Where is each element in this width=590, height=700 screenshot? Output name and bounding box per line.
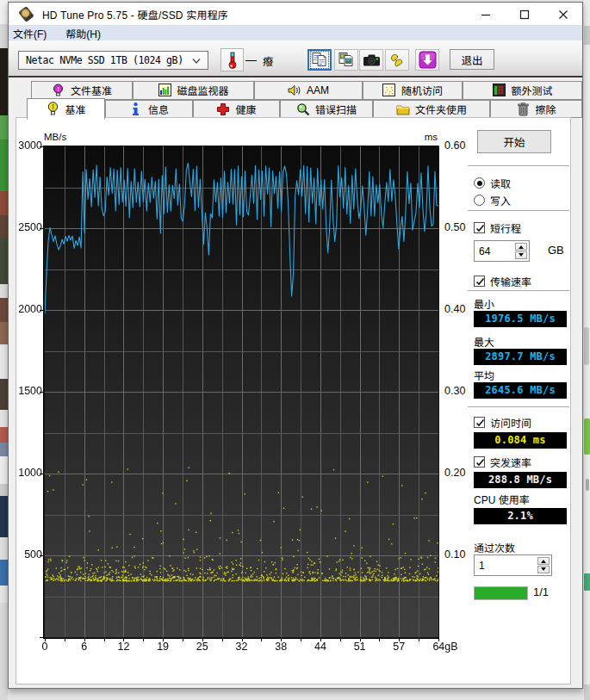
x-axis-tick: 19 — [146, 641, 180, 653]
access-time-label: 访问时间 — [490, 415, 531, 430]
desktop-thumbnail — [0, 238, 8, 284]
desktop-thumbnail — [0, 537, 8, 560]
spin-down-button[interactable] — [515, 251, 527, 259]
write-radio[interactable] — [474, 195, 485, 206]
benchmark-chart — [38, 140, 443, 644]
read-radio-row[interactable]: 读取 — [474, 176, 511, 190]
speaker-icon — [288, 84, 301, 97]
menu-help[interactable]: 帮助(H) — [56, 25, 110, 40]
read-radio-label: 读取 — [490, 176, 511, 190]
tab-aam[interactable]: AAM — [254, 81, 363, 101]
check-icon — [475, 418, 486, 428]
x-axis-tick: 6 — [67, 641, 102, 653]
max-value-display: 2897.7 MB/s — [474, 349, 567, 365]
y-axis-right-tick: 0.40 — [444, 303, 465, 315]
read-radio[interactable] — [474, 177, 485, 189]
progress-bar — [474, 586, 528, 600]
tab-label: 基准 — [65, 102, 85, 116]
donate-button[interactable] — [385, 49, 409, 71]
desktop-fragment — [584, 26, 590, 45]
tab-info[interactable]: 信息 — [105, 100, 193, 118]
write-radio-row[interactable]: 写入 — [474, 193, 511, 208]
tab-extra-tests[interactable]: 额外测试 — [463, 81, 582, 101]
tab-error-scan[interactable]: 错误扫描 — [280, 100, 373, 118]
start-button[interactable]: 开始 — [477, 130, 551, 153]
x-axis-tick: 12 — [106, 641, 140, 653]
tab-folder-usage[interactable]: 文件夹使用 — [373, 100, 490, 118]
temperature-button[interactable] — [220, 48, 244, 71]
y-axis-right-tick: 0.30 — [444, 385, 465, 397]
minimize-icon — [481, 9, 491, 20]
menu-file[interactable]: 文件(F) — [9, 25, 56, 40]
transfer-rate-row[interactable]: 传输速率 — [474, 274, 531, 288]
desktop-left-strip — [0, 0, 8, 700]
down-arrow-icon — [541, 567, 546, 571]
desktop-thumbnail — [0, 427, 8, 443]
info-icon — [129, 102, 143, 116]
spin-up-button[interactable] — [537, 557, 550, 565]
screenshot-button[interactable] — [359, 49, 383, 71]
avg-value-display: 2645.6 MB/s — [474, 382, 567, 399]
copy-image-button[interactable] — [334, 49, 358, 71]
maximize-button[interactable] — [505, 3, 543, 26]
desktop-thumbnail — [0, 603, 8, 700]
purple-down-arrow-icon — [419, 51, 437, 69]
cpu-usage-display: 2.1% — [474, 508, 567, 524]
desktop-thumbnail — [0, 298, 8, 322]
access-time-checkbox[interactable] — [474, 417, 485, 428]
health-cross-icon — [216, 102, 230, 116]
avg-label: 平均 — [474, 368, 494, 382]
short-stroke-row[interactable]: 短行程 — [474, 220, 521, 235]
tab-label: 磁盘监视器 — [177, 83, 228, 97]
x-axis-tick: 51 — [343, 641, 377, 653]
tab-label: 随机访问 — [401, 83, 443, 97]
desktop-thumbnail — [0, 48, 8, 115]
svg-text:!: ! — [52, 102, 54, 111]
close-button[interactable] — [543, 3, 582, 26]
short-stroke-size-spinner[interactable]: 64 — [474, 240, 530, 262]
separator — [468, 290, 569, 291]
tab-health[interactable]: 健康 — [193, 100, 280, 118]
desktop-thumbnail — [0, 0, 8, 24]
drive-selector[interactable]: Netac NVMe SSD 1TB (1024 gB) — [18, 51, 208, 70]
update-check-button[interactable] — [415, 49, 439, 71]
burst-rate-row[interactable]: 突发速率 — [474, 455, 531, 469]
minimize-button[interactable] — [466, 3, 505, 26]
tab-erase[interactable]: 擦除 — [490, 100, 582, 118]
tab-label: AAM — [307, 84, 329, 96]
desktop-thumbnail — [0, 115, 8, 139]
desktop-thumbnail — [0, 322, 8, 344]
spin-up-button[interactable] — [515, 243, 527, 251]
short-stroke-checkbox[interactable] — [474, 222, 485, 233]
access-time-row[interactable]: 访问时间 — [474, 415, 531, 430]
burst-rate-checkbox[interactable] — [474, 456, 485, 468]
folder-icon — [396, 102, 410, 116]
tab-benchmark[interactable]: ! 基准 — [27, 98, 105, 120]
x-axis-tick: 64gB — [428, 641, 463, 653]
y-axis-left-tick: 2000 — [16, 303, 42, 315]
tab-disk-monitor[interactable]: 磁盘监视器 — [133, 81, 254, 101]
desktop-thumbnail — [0, 24, 8, 48]
y-axis-right-tick: 0.50 — [444, 221, 465, 233]
desktop-thumbnail — [0, 284, 8, 298]
tab-strip: ! 文件基准 磁盘监视器 AAM 随机访问 额外测试 — [9, 77, 582, 119]
disk-monitor-icon — [158, 84, 171, 97]
desktop-thumbnail — [0, 344, 8, 379]
progress-label: 1/1 — [533, 585, 549, 598]
transfer-rate-checkbox[interactable] — [474, 276, 485, 287]
svg-text:!: ! — [58, 85, 60, 93]
up-arrow-icon — [541, 560, 546, 563]
min-value-display: 1976.5 MB/s — [474, 311, 567, 327]
tab-random-access[interactable]: 随机访问 — [363, 81, 463, 101]
pass-count-spinner[interactable]: 1 — [474, 554, 552, 576]
tab-label: 额外测试 — [511, 83, 552, 97]
exit-button[interactable]: 退出 — [450, 49, 494, 70]
desktop-thumbnail — [0, 191, 8, 215]
copy-text-button[interactable] — [307, 49, 332, 71]
desktop-thumbnail — [0, 443, 8, 456]
spin-down-button[interactable] — [537, 566, 550, 573]
title-bar: HD Tune Pro 5.75 - 硬盘/SSD 实用程序 — [9, 3, 582, 25]
trash-icon — [516, 102, 530, 116]
desktop-thumbnail — [0, 585, 8, 603]
check-icon — [475, 277, 486, 287]
